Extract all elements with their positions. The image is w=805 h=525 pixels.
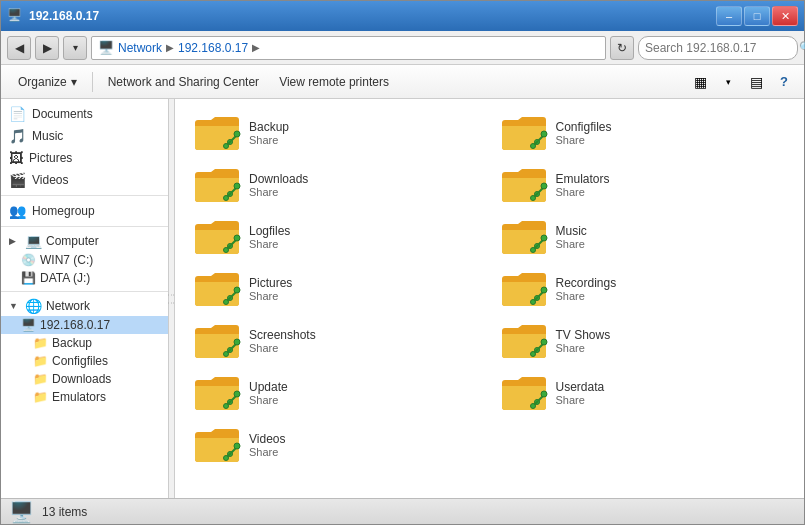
sidebar-item-pictures[interactable]: 🖼 Pictures — [1, 147, 168, 169]
file-type: Share — [556, 186, 610, 198]
svg-point-11 — [234, 183, 240, 189]
minimize-button[interactable]: – — [716, 6, 742, 26]
file-name: Update — [249, 380, 288, 394]
title-bar-buttons: – □ ✕ — [716, 6, 798, 26]
sidebar-label-backup: Backup — [52, 336, 92, 350]
sidebar-item-downloads[interactable]: 📁 Downloads — [1, 370, 168, 388]
file-item[interactable]: Emulators Share — [490, 159, 797, 211]
sidebar-item-dataj[interactable]: 💾 DATA (J:) — [1, 269, 168, 287]
file-item[interactable]: TV Shows Share — [490, 315, 797, 367]
sidebar-item-backup[interactable]: 📁 Backup — [1, 334, 168, 352]
sidebar-divider-2 — [1, 226, 168, 227]
preview-pane-button[interactable]: ▤ — [744, 70, 768, 94]
breadcrumb-ip[interactable]: 192.168.0.17 — [178, 41, 248, 55]
forward-button[interactable]: ▶ — [35, 36, 59, 60]
file-name: Userdata — [556, 380, 605, 394]
maximize-button[interactable]: □ — [744, 6, 770, 26]
svg-point-36 — [541, 287, 547, 293]
search-input[interactable] — [645, 41, 795, 55]
svg-point-16 — [541, 183, 547, 189]
file-item[interactable]: Update Share — [183, 367, 490, 419]
file-item[interactable]: Recordings Share — [490, 263, 797, 315]
back-button[interactable]: ◀ — [7, 36, 31, 60]
sidebar-item-win7[interactable]: 💿 WIN7 (C:) — [1, 251, 168, 269]
sidebar-label-music: Music — [32, 129, 63, 143]
server-icon: 🖥️ — [21, 318, 36, 332]
svg-point-54 — [224, 404, 229, 409]
sidebar-item-videos[interactable]: 🎬 Videos — [1, 169, 168, 191]
window-title: 192.168.0.17 — [29, 9, 99, 23]
network-sharing-button[interactable]: Network and Sharing Center — [99, 69, 268, 95]
bc-arrow-2: ▶ — [252, 42, 260, 53]
file-info: Downloads Share — [249, 172, 308, 198]
file-info: Music Share — [556, 224, 587, 250]
close-button[interactable]: ✕ — [772, 6, 798, 26]
refresh-button[interactable]: ↻ — [610, 36, 634, 60]
sidebar-label-pictures: Pictures — [29, 151, 72, 165]
file-name: Emulators — [556, 172, 610, 186]
help-icon: ? — [780, 74, 788, 89]
sidebar-item-homegroup[interactable]: 👥 Homegroup — [1, 200, 168, 222]
folder-icon-container — [193, 113, 241, 153]
file-name: Backup — [249, 120, 289, 134]
svg-point-19 — [530, 196, 535, 201]
file-item[interactable]: Backup Share — [183, 107, 490, 159]
sidebar-item-documents[interactable]: 📄 Documents — [1, 103, 168, 125]
win7-icon: 💿 — [21, 253, 36, 267]
sidebar-item-configfiles[interactable]: 📁 Configfiles — [1, 352, 168, 370]
view-arrow-button[interactable]: ▾ — [716, 70, 740, 94]
view-remote-button[interactable]: View remote printers — [270, 69, 398, 95]
folder-icon-container — [500, 217, 548, 257]
organize-button[interactable]: Organize ▾ — [9, 69, 86, 95]
documents-icon: 📄 — [9, 106, 26, 122]
sidebar-label-homegroup: Homegroup — [32, 204, 95, 218]
sidebar-item-network[interactable]: ▼ 🌐 Network — [1, 296, 168, 316]
configfiles-folder-icon: 📁 — [33, 354, 48, 368]
sidebar-label-192: 192.168.0.17 — [40, 318, 110, 332]
file-type: Share — [249, 446, 285, 458]
file-info: Screenshots Share — [249, 328, 316, 354]
file-name: Recordings — [556, 276, 617, 290]
file-item[interactable]: Pictures Share — [183, 263, 490, 315]
folder-icon-container — [193, 321, 241, 361]
svg-point-51 — [234, 391, 240, 397]
sidebar-item-computer[interactable]: ▶ 💻 Computer — [1, 231, 168, 251]
file-info: Videos Share — [249, 432, 285, 458]
svg-point-9 — [530, 144, 535, 149]
sidebar-item-music[interactable]: 🎵 Music — [1, 125, 168, 147]
file-type: Share — [556, 290, 617, 302]
svg-point-29 — [530, 248, 535, 253]
file-item[interactable]: Screenshots Share — [183, 315, 490, 367]
explorer-window: 🖥️ 192.168.0.17 – □ ✕ ◀ ▶ ▾ 🖥️ Network ▶… — [0, 0, 805, 525]
file-info: TV Shows Share — [556, 328, 611, 354]
file-type: Share — [556, 134, 612, 146]
sidebar-item-192[interactable]: 🖥️ 192.168.0.17 — [1, 316, 168, 334]
folder-icon-container — [500, 321, 548, 361]
file-item[interactable]: Music Share — [490, 211, 797, 263]
main-content: 📄 Documents 🎵 Music 🖼 Pictures 🎬 Videos … — [1, 99, 804, 498]
address-bar: ◀ ▶ ▾ 🖥️ Network ▶ 192.168.0.17 ▶ ↻ 🔍 — [1, 31, 804, 65]
svg-point-39 — [530, 300, 535, 305]
folder-icon-container — [193, 165, 241, 205]
file-name: Pictures — [249, 276, 292, 290]
file-item[interactable]: Logfiles Share — [183, 211, 490, 263]
search-box[interactable]: 🔍 — [638, 36, 798, 60]
file-item[interactable]: Configfiles Share — [490, 107, 797, 159]
breadcrumb-network[interactable]: Network — [118, 41, 162, 55]
svg-point-44 — [224, 352, 229, 357]
view-options-button[interactable]: ▦ — [688, 70, 712, 94]
file-info: Update Share — [249, 380, 288, 406]
help-button[interactable]: ? — [772, 70, 796, 94]
sidebar-item-emulators[interactable]: 📁 Emulators — [1, 388, 168, 406]
sidebar: 📄 Documents 🎵 Music 🖼 Pictures 🎬 Videos … — [1, 99, 169, 498]
folder-icon-container — [193, 217, 241, 257]
address-breadcrumb[interactable]: 🖥️ Network ▶ 192.168.0.17 ▶ — [91, 36, 606, 60]
file-item[interactable]: Downloads Share — [183, 159, 490, 211]
file-type: Share — [556, 238, 587, 250]
file-item[interactable]: Videos Share — [183, 419, 490, 471]
svg-point-49 — [530, 352, 535, 357]
title-bar-left: 🖥️ 192.168.0.17 — [7, 8, 99, 24]
recent-locations-button[interactable]: ▾ — [63, 36, 87, 60]
file-item[interactable]: Userdata Share — [490, 367, 797, 419]
backup-folder-icon: 📁 — [33, 336, 48, 350]
